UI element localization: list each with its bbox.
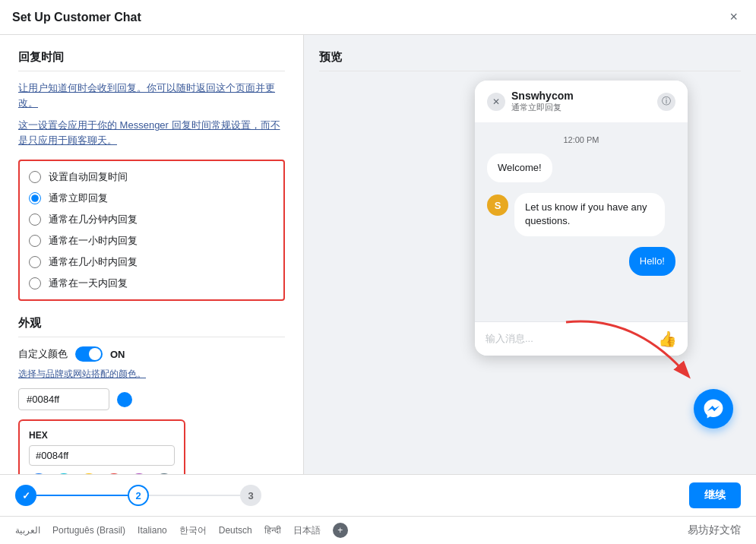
radio-label-5: 通常在一天内回复 xyxy=(49,277,128,290)
bottom-bar: ✓ 2 3 继续 xyxy=(0,474,756,516)
hex-input-box[interactable] xyxy=(18,388,109,410)
lang-hindi[interactable]: हिन्दी xyxy=(264,525,281,536)
dialog-title: Set Up Customer Chat xyxy=(12,11,141,24)
radio-input-1[interactable] xyxy=(29,192,41,204)
step-2: 2 xyxy=(128,485,149,506)
radio-item-1[interactable]: 通常立即回复 xyxy=(29,191,274,205)
step-1: ✓ xyxy=(15,485,36,506)
setup-dialog: Set Up Customer Chat × 回复时间 让用户知道何时会收到回复… xyxy=(0,0,756,544)
custom-color-label: 自定义颜色 xyxy=(18,347,68,361)
description-text-1[interactable]: 让用户知道何时会收到回复。你可以随时返回这个页面并更改。 xyxy=(18,81,285,110)
color-select-text[interactable]: 选择与品牌或网站搭配的颜色。 xyxy=(18,368,285,381)
welcome-bubble: Welcome! xyxy=(487,153,552,182)
preview-label: 预览 xyxy=(319,50,741,71)
chat-info-button[interactable]: ⓘ xyxy=(657,93,675,111)
radio-item-0[interactable]: 设置自动回复时间 xyxy=(29,170,274,184)
lang-italian[interactable]: Italiano xyxy=(138,525,167,536)
description-text-2[interactable]: 这一设置会应用于你的 Messenger 回复时间常规设置，而不是只应用于顾客聊… xyxy=(18,118,285,147)
arrow-graphic xyxy=(558,307,710,398)
toggle-switch[interactable] xyxy=(75,346,103,362)
appearance-title: 外观 xyxy=(18,316,285,337)
step-line-1 xyxy=(36,495,128,496)
radio-label-0: 设置自动回复时间 xyxy=(49,170,128,184)
toggle-track[interactable] xyxy=(75,346,103,362)
radio-input-0[interactable] xyxy=(29,171,41,183)
radio-group: 设置自动回复时间 通常立即回复 通常在几分钟内回复 通常在一小时内回复 通常在几… xyxy=(18,160,285,301)
toggle-knob xyxy=(89,348,101,360)
user-bubble: Hello! xyxy=(629,247,675,276)
step-line-2 xyxy=(149,495,240,496)
chat-input-placeholder[interactable]: 输入消息... xyxy=(486,332,533,346)
color-picker-popup: HEX xyxy=(18,419,185,474)
dialog-close-button[interactable]: × xyxy=(723,6,744,28)
response-time-title: 回复时间 xyxy=(18,50,285,71)
lang-arabic[interactable]: العربية xyxy=(15,525,40,536)
continue-button[interactable]: 继续 xyxy=(689,482,741,508)
lang-german[interactable]: Deutsch xyxy=(219,525,252,536)
chat-header: ✕ Snswhycom 通常立即回复 ⓘ xyxy=(475,81,688,123)
msg-padding xyxy=(487,286,675,309)
lang-japanese[interactable]: 日本語 xyxy=(293,524,321,537)
chat-business-info: Snswhycom 通常立即回复 xyxy=(511,90,574,113)
lang-items: العربية Português (Brasil) Italiano 한국어 … xyxy=(15,523,348,538)
chat-messages: 12:00 PM Welcome! S Let us know if you h… xyxy=(475,123,688,321)
avatar: S xyxy=(487,195,508,216)
toggle-on-label: ON xyxy=(110,349,125,360)
radio-label-4: 通常在几小时内回复 xyxy=(49,255,138,269)
chat-header-left: ✕ Snswhycom 通常立即回复 xyxy=(487,90,574,113)
hex-text-input[interactable] xyxy=(29,445,175,466)
lang-more-button[interactable]: + xyxy=(333,523,348,538)
radio-item-5[interactable]: 通常在一天内回复 xyxy=(29,277,274,290)
lang-korean[interactable]: 한국어 xyxy=(179,524,207,537)
custom-color-row: 自定义颜色 ON xyxy=(18,346,285,362)
left-panel: 回复时间 让用户知道何时会收到回复。你可以随时返回这个页面并更改。 这一设置会应… xyxy=(0,35,304,474)
right-panel: 预览 ✕ Snswhycom 通常立即回复 ⓘ 12:00 PM xyxy=(304,35,756,474)
appearance-section: 外观 自定义颜色 ON 选择与品牌或网站搭配的颜色。 H xyxy=(18,316,285,474)
chat-close-button[interactable]: ✕ xyxy=(487,93,505,111)
dialog-body: 回复时间 让用户知道何时会收到回复。你可以随时返回这个页面并更改。 这一设置会应… xyxy=(0,35,756,474)
hex-label: HEX xyxy=(29,430,175,441)
bot-bubble: Let us know if you have any questions. xyxy=(514,193,665,236)
radio-input-5[interactable] xyxy=(29,277,41,289)
radio-item-4[interactable]: 通常在几小时内回复 xyxy=(29,255,274,269)
radio-item-2[interactable]: 通常在几分钟内回复 xyxy=(29,213,274,226)
messenger-fab[interactable] xyxy=(694,389,733,429)
watermark: 易坊好文馆 xyxy=(688,523,741,537)
color-dot-preview xyxy=(117,392,132,407)
radio-label-3: 通常在一小时内回复 xyxy=(49,234,138,248)
lang-bar: العربية Português (Brasil) Italiano 한국어 … xyxy=(0,516,756,544)
messenger-icon xyxy=(703,398,724,419)
radio-label-1: 通常立即回复 xyxy=(49,191,108,205)
hex-input-row xyxy=(18,388,285,410)
title-bar: Set Up Customer Chat × xyxy=(0,0,756,35)
welcome-msg-container: Welcome! xyxy=(487,153,675,187)
radio-input-2[interactable] xyxy=(29,213,41,226)
chat-status: 通常立即回复 xyxy=(511,102,574,113)
user-msg-row: Hello! xyxy=(487,247,675,280)
steps-row: ✓ 2 3 xyxy=(15,485,261,506)
radio-item-3[interactable]: 通常在一小时内回复 xyxy=(29,234,274,248)
chat-business-name: Snswhycom xyxy=(511,90,574,102)
chat-timestamp: 12:00 PM xyxy=(487,135,675,144)
lang-portuguese[interactable]: Português (Brasil) xyxy=(52,525,125,536)
radio-input-4[interactable] xyxy=(29,256,41,268)
bot-msg-row: S Let us know if you have any questions. xyxy=(487,193,675,240)
step-3: 3 xyxy=(240,485,261,506)
radio-label-2: 通常在几分钟内回复 xyxy=(49,213,138,226)
radio-input-3[interactable] xyxy=(29,235,41,247)
